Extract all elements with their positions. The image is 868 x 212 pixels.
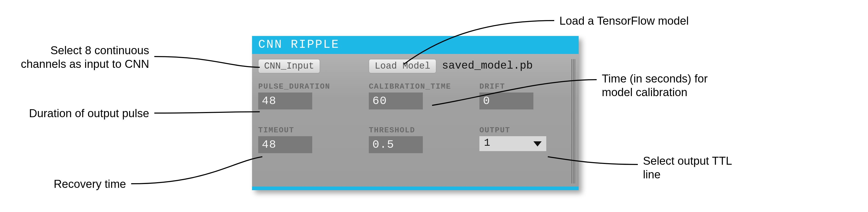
annotation-timeout: Recovery time [44,177,126,191]
output-select[interactable]: 1 [479,136,546,151]
calibration-time-label: CALIBRATION_TIME [369,82,461,91]
resize-grip-icon[interactable] [571,59,578,183]
cnn-ripple-panel: CNN RIPPLE CNN_Input PULSE_DURATION 48 T… [252,36,579,190]
annotation-cnn-input: Select 8 continuous channels as input to… [13,44,149,71]
panel-title: CNN RIPPLE [252,36,579,54]
threshold-label: THRESHOLD [369,126,461,135]
annotation-pulse-duration: Duration of output pulse [13,107,149,120]
drift-label: DRIFT [479,82,564,91]
output-label: OUTPUT [479,126,564,135]
cnn-input-button[interactable]: CNN_Input [258,59,320,73]
chevron-down-icon [533,141,541,146]
annotation-output: Select output TTL line [643,154,746,181]
panel-body: CNN_Input PULSE_DURATION 48 TIMEOUT 48 L… [258,59,568,183]
drift-input[interactable]: 0 [479,93,533,109]
timeout-input[interactable]: 48 [258,136,312,153]
timeout-label: TIMEOUT [258,126,351,135]
panel-bottom-stripe [252,186,579,190]
annotation-calibration-time: Time (in seconds) for model calibration [602,72,736,99]
threshold-input[interactable]: 0.5 [369,136,423,153]
pulse-duration-label: PULSE_DURATION [258,82,351,91]
pulse-duration-input[interactable]: 48 [258,93,312,109]
output-select-value: 1 [484,137,490,149]
load-model-button[interactable]: Load Model [369,59,436,73]
calibration-time-input[interactable]: 60 [369,93,423,109]
annotation-load-model: Load a TensorFlow model [559,14,719,28]
